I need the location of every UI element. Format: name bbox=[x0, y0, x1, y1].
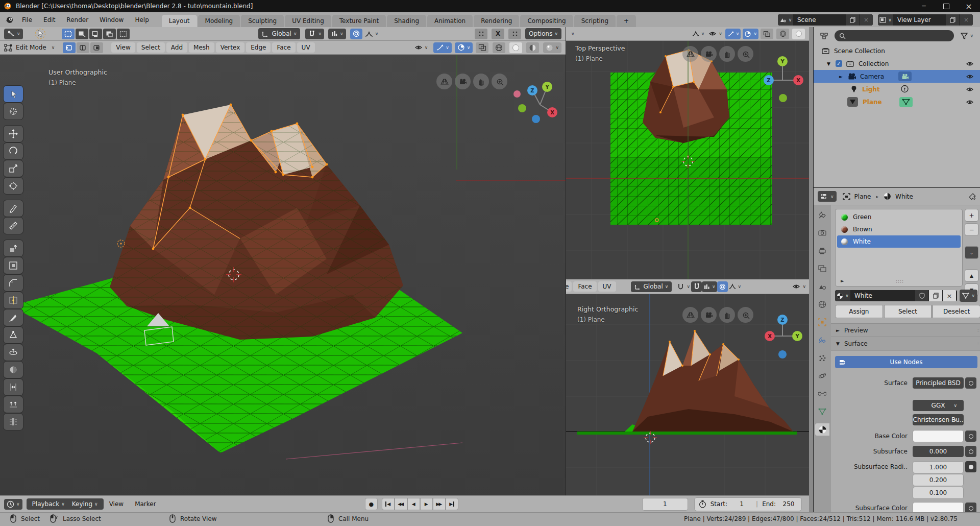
use-nodes-button[interactable]: Use Nodes bbox=[835, 356, 977, 368]
menu-vertex[interactable]: Vertex bbox=[216, 42, 245, 53]
list-resize-grip[interactable]: :::: bbox=[896, 279, 904, 284]
axis-orientation-gizmo[interactable]: Y Z X bbox=[510, 65, 564, 129]
surface-panel-header[interactable]: ▼ Surface:::: bbox=[831, 337, 980, 351]
transform-orientation-dropdown[interactable]: Global∨ bbox=[631, 281, 672, 292]
outliner-plane-row[interactable]: Plane bbox=[814, 95, 980, 108]
subsurface-color-swatch[interactable] bbox=[913, 502, 964, 512]
view-layer-remove-icon[interactable]: × bbox=[960, 14, 973, 26]
xray-toggle[interactable] bbox=[476, 42, 488, 53]
radius-y-field[interactable]: 0.200 bbox=[913, 474, 964, 486]
tool-rotate-button[interactable] bbox=[4, 143, 23, 159]
right-orthographic-viewport[interactable]: e Face UV Global∨ ∨ ∨ ∨ ∨ bbox=[566, 279, 809, 495]
tab-world[interactable] bbox=[815, 298, 829, 310]
select-mode-set-button[interactable] bbox=[62, 29, 75, 39]
jump-to-start-button[interactable]: ◀ bbox=[382, 498, 395, 510]
breadcrumb-object[interactable]: Plane bbox=[854, 193, 871, 200]
options-dropdown[interactable]: Options∨ bbox=[525, 28, 561, 39]
mesh-data-icon[interactable] bbox=[899, 97, 913, 107]
filter-funnel-icon[interactable]: ∨ bbox=[958, 31, 976, 41]
shading-solid-button[interactable] bbox=[509, 42, 522, 53]
tab-compositing[interactable]: Compositing bbox=[520, 15, 573, 27]
menu-view[interactable]: View bbox=[111, 42, 135, 53]
node-socket-button[interactable] bbox=[965, 446, 976, 457]
timeline-editor-icon[interactable]: ∨ bbox=[4, 499, 22, 510]
new-material-copy-icon[interactable] bbox=[929, 290, 942, 301]
close-button[interactable]: × bbox=[958, 0, 980, 12]
toggle-grid-button[interactable] bbox=[436, 74, 452, 89]
tab-material[interactable] bbox=[815, 423, 829, 436]
light-data-icon[interactable] bbox=[900, 85, 909, 93]
slot-green[interactable]: Green bbox=[837, 211, 961, 223]
zoom-view-button[interactable] bbox=[738, 307, 753, 323]
eye-icon[interactable] bbox=[966, 85, 974, 93]
proportional-editing-dropdown[interactable]: ∨ bbox=[702, 281, 717, 292]
tab-modeling[interactable]: Modeling bbox=[198, 15, 240, 27]
right-viewport-canvas[interactable]: Right Orthographic (1) Plane Z X Y bbox=[566, 294, 809, 495]
tab-particles[interactable] bbox=[815, 352, 829, 364]
tab-view-layer[interactable] bbox=[815, 262, 829, 275]
tab-add-workspace[interactable]: + bbox=[617, 15, 636, 27]
outliner-light-row[interactable]: Light bbox=[814, 83, 980, 95]
gizmos-dropdown[interactable]: ∨ bbox=[725, 29, 741, 39]
show-hide-dropdown[interactable]: ∨ bbox=[707, 29, 723, 39]
start-frame-field[interactable]: 1 bbox=[731, 500, 752, 508]
menu-window[interactable]: Window bbox=[94, 12, 129, 27]
mesh-data-dropdown[interactable]: ∨ bbox=[960, 290, 977, 302]
pan-view-button[interactable] bbox=[719, 46, 735, 62]
xray-toggle[interactable] bbox=[761, 29, 773, 39]
tab-layout[interactable]: Layout bbox=[162, 15, 197, 27]
select-mode-extend-button[interactable] bbox=[76, 29, 88, 39]
keying-menu[interactable]: Keying∨ bbox=[68, 500, 102, 508]
remove-slot-button[interactable]: − bbox=[965, 223, 978, 236]
toggle-grid-button[interactable] bbox=[682, 46, 698, 62]
slot-white[interactable]: White bbox=[837, 235, 961, 248]
node-socket-button[interactable] bbox=[965, 461, 976, 472]
slot-brown[interactable]: Brown bbox=[837, 223, 961, 235]
radius-x-field[interactable]: 1.000 bbox=[913, 461, 964, 473]
tool-measure-button[interactable] bbox=[4, 218, 23, 234]
tool-edge-slide-button[interactable] bbox=[4, 379, 23, 395]
face-select-button[interactable] bbox=[90, 42, 103, 53]
node-socket-button[interactable] bbox=[965, 377, 976, 389]
tab-shading[interactable]: Shading bbox=[387, 15, 426, 27]
tab-tool[interactable] bbox=[815, 209, 829, 221]
disclosure-triangle-icon[interactable]: ▼ bbox=[827, 61, 830, 66]
eye-icon[interactable] bbox=[966, 60, 974, 68]
tool-loop-cut-button[interactable] bbox=[4, 292, 23, 308]
timeline-view-menu[interactable]: View bbox=[104, 496, 129, 513]
menu-uv[interactable]: UV bbox=[297, 42, 315, 53]
tool-poly-build-button[interactable] bbox=[4, 327, 23, 343]
tool-knife-button[interactable] bbox=[4, 309, 23, 326]
tab-animation[interactable]: Animation bbox=[427, 15, 473, 27]
select-mode-intersect-button[interactable] bbox=[117, 29, 130, 39]
camera-view-button[interactable] bbox=[455, 74, 471, 89]
tab-output[interactable] bbox=[815, 245, 829, 257]
show-hide-dropdown[interactable]: ∨ bbox=[791, 281, 807, 292]
snapping-dropdown[interactable]: ∨ bbox=[676, 281, 691, 292]
shading-wireframe-button[interactable] bbox=[493, 42, 505, 53]
prev-keyframe-button[interactable]: ◀◀ bbox=[395, 498, 407, 510]
menu-file[interactable]: File bbox=[16, 12, 38, 27]
menu-select[interactable]: Select bbox=[137, 42, 165, 53]
tool-inset-button[interactable] bbox=[4, 257, 23, 274]
falloff-dropdown[interactable]: ∨ bbox=[728, 281, 743, 292]
menu-edge-clipped[interactable]: e bbox=[566, 281, 572, 292]
outliner-search-input[interactable] bbox=[835, 30, 954, 41]
top-viewport-canvas[interactable]: Top Perspective (1) Plane Y Z X bbox=[566, 41, 809, 279]
zoom-view-button[interactable] bbox=[492, 74, 507, 89]
select-mode-invert-button[interactable] bbox=[103, 29, 116, 39]
tool-smooth-button[interactable] bbox=[4, 362, 23, 378]
camera-data-icon[interactable] bbox=[898, 71, 912, 81]
shading-rendered-dropdown[interactable]: ∨ bbox=[543, 42, 561, 53]
properties-editor-icon[interactable]: ∨ bbox=[818, 191, 837, 202]
menu-edge[interactable]: Edge bbox=[246, 42, 271, 53]
tab-constraints[interactable] bbox=[815, 388, 829, 400]
add-slot-button[interactable]: + bbox=[965, 209, 978, 222]
axis-orientation-gizmo[interactable]: Z X Y bbox=[757, 303, 808, 365]
slot-specials-dropdown[interactable]: ⌄ bbox=[965, 246, 978, 259]
menu-uv[interactable]: UV bbox=[598, 281, 616, 292]
header-collapse-icon[interactable]: ∨ bbox=[571, 31, 575, 36]
vertex-select-button[interactable] bbox=[63, 42, 76, 53]
surface-shader-dropdown[interactable]: Principled BSD bbox=[913, 377, 964, 389]
overlays-dropdown[interactable]: ∨ bbox=[743, 29, 758, 39]
